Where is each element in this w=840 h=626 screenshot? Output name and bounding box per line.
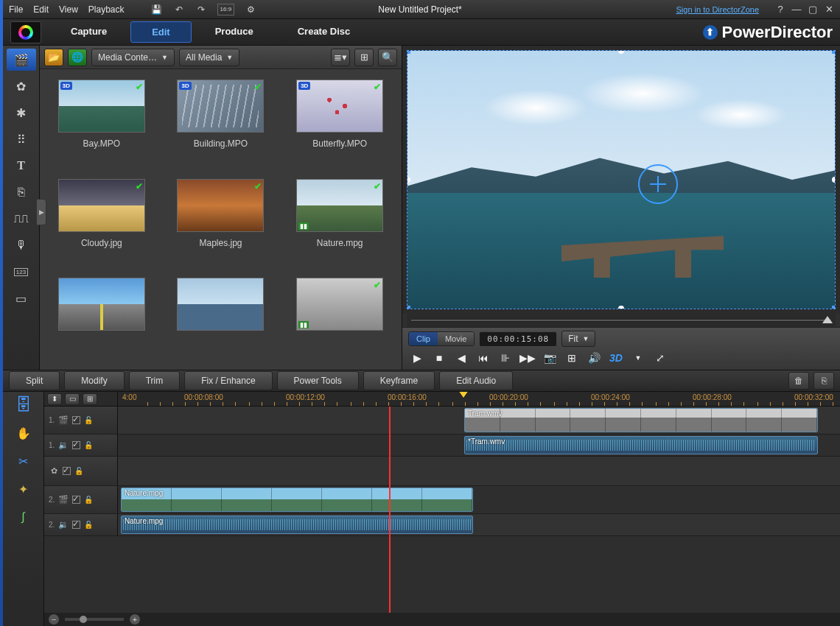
track-lane[interactable] xyxy=(118,457,840,485)
upload-icon[interactable]: ⬆ xyxy=(703,25,718,40)
hand-tool-icon[interactable]: ✋ xyxy=(13,423,34,443)
preview-canvas[interactable] xyxy=(402,46,840,314)
track-manager-icon[interactable]: 🗄 xyxy=(13,395,34,415)
media-thumbnail[interactable]: ✔ xyxy=(58,179,145,232)
library-filter-dropdown[interactable]: All Media▼ xyxy=(179,49,239,66)
cut-tool-icon[interactable]: ✂ xyxy=(13,451,34,471)
clip-mode-button[interactable]: Clip xyxy=(409,332,438,345)
undo-icon[interactable]: ↶ xyxy=(173,4,185,15)
library-category-dropdown[interactable]: Media Conte…▼ xyxy=(91,49,175,66)
split-button[interactable]: Split xyxy=(9,371,60,390)
track-lane[interactable]: *Tram.wmv xyxy=(118,435,840,456)
settings-icon[interactable]: ⚙ xyxy=(245,4,256,15)
download-media-icon[interactable]: 🌐 xyxy=(68,49,87,66)
prev-frame-icon[interactable]: ◀ xyxy=(452,350,470,366)
media-thumbnail[interactable]: 3D✔ xyxy=(58,80,145,133)
track-lock-icon[interactable]: 🔓 xyxy=(84,416,93,424)
zoom-in-icon[interactable]: + xyxy=(130,614,140,625)
menu-playback[interactable]: Playback xyxy=(88,4,125,15)
power-tools-button[interactable]: Power Tools xyxy=(277,371,359,390)
transition-room-icon[interactable]: ⎘ xyxy=(7,181,36,203)
zoom-out-icon[interactable]: − xyxy=(49,614,59,625)
fix-enhance-button[interactable]: Fix / Enhance xyxy=(184,371,272,390)
track-lock-icon[interactable]: 🔓 xyxy=(84,496,93,504)
zoom-fit-dropdown[interactable]: Fit▼ xyxy=(561,331,595,347)
media-thumbnail[interactable] xyxy=(58,278,145,331)
import-media-icon[interactable]: 📂 xyxy=(44,49,63,66)
aspect-ratio-badge[interactable]: 16:9 xyxy=(217,4,235,15)
snapshot-icon[interactable]: 📷 xyxy=(541,350,559,366)
timecode-display[interactable]: 00:00:15:08 xyxy=(479,331,557,347)
media-thumbnail[interactable] xyxy=(177,278,264,331)
mode-capture[interactable]: Capture xyxy=(50,21,127,43)
track-lane[interactable]: Tram.wmv xyxy=(118,407,840,434)
media-item[interactable] xyxy=(167,278,276,359)
3d-icon[interactable]: 3D xyxy=(607,350,625,366)
step-back-icon[interactable]: ⏮ xyxy=(475,350,492,366)
track-visible-toggle[interactable] xyxy=(72,521,80,529)
preview-scrubber[interactable] xyxy=(407,314,836,327)
keyframe-button[interactable]: Keyframe xyxy=(363,371,435,390)
voiceover-icon[interactable]: 🎙 xyxy=(7,234,36,256)
menu-edit[interactable]: Edit xyxy=(33,4,49,15)
track-visible-toggle[interactable] xyxy=(72,416,80,424)
next-frame-icon[interactable]: ⊪ xyxy=(497,350,514,366)
close-icon[interactable]: ✕ xyxy=(824,4,834,15)
track-lock-icon[interactable]: 🔓 xyxy=(84,441,93,449)
save-icon[interactable]: 💾 xyxy=(151,4,163,15)
mode-edit[interactable]: Edit xyxy=(130,21,192,43)
playhead-handle[interactable] xyxy=(458,392,469,401)
maximize-icon[interactable]: ▢ xyxy=(808,4,818,15)
expand-rail-tab[interactable]: ▶ xyxy=(36,199,46,225)
media-item[interactable]: ✔Cloudy.jpg xyxy=(47,179,156,271)
delete-icon[interactable]: 🗑 xyxy=(788,372,809,390)
track-header[interactable]: 1.🔉🔓 xyxy=(44,435,118,456)
media-room-icon[interactable]: 🎬 xyxy=(7,49,36,71)
track-lock-icon[interactable]: 🔓 xyxy=(84,521,93,529)
chapter-room-icon[interactable]: 123 xyxy=(7,261,36,283)
track-lane[interactable]: Nature.mpg xyxy=(118,486,840,513)
modify-button[interactable]: Modify xyxy=(64,371,124,390)
minimize-icon[interactable]: — xyxy=(791,4,802,15)
library-search-icon[interactable]: 🔍 xyxy=(378,49,397,66)
track-header[interactable]: 2.🔉🔓 xyxy=(44,514,118,535)
volume-icon[interactable]: 🔊 xyxy=(585,350,603,366)
stop-icon[interactable]: ■ xyxy=(430,350,448,366)
magic-tool-icon[interactable]: ✦ xyxy=(13,479,34,499)
menu-view[interactable]: View xyxy=(59,4,78,15)
timeline-clip[interactable]: *Tram.wmv xyxy=(464,436,818,454)
play-icon[interactable]: ▶ xyxy=(408,350,426,366)
track-lane[interactable]: Nature.mpg xyxy=(118,514,840,535)
track-header[interactable]: 2.🎬🔓 xyxy=(44,486,118,513)
subtitle-room-icon[interactable]: ▭ xyxy=(7,287,36,309)
3d-dropdown-icon[interactable]: ▼ xyxy=(629,350,647,366)
media-item[interactable]: 3D✔Bay.MPO xyxy=(47,80,156,172)
media-thumbnail[interactable]: ✔ xyxy=(177,179,264,232)
media-item[interactable] xyxy=(47,278,156,359)
timeline-clip[interactable]: Nature.mpg xyxy=(121,516,473,534)
track-visible-toggle[interactable] xyxy=(63,467,71,475)
library-view-icon[interactable]: ⊞ xyxy=(354,49,374,66)
pip-room-icon[interactable]: ✱ xyxy=(7,102,36,124)
ruler-view-icon[interactable]: ▭ xyxy=(65,393,80,405)
help-icon[interactable]: ? xyxy=(775,4,785,15)
media-item[interactable]: ✔▮▮ xyxy=(285,278,394,359)
ruler-markers-icon[interactable]: ⬍ xyxy=(47,393,62,405)
trim-button[interactable]: Trim xyxy=(129,371,181,390)
zoom-slider[interactable] xyxy=(65,618,124,621)
media-item[interactable]: ✔▮▮Nature.mpg xyxy=(285,179,394,271)
audio-mixing-icon[interactable]: ⎍⎍ xyxy=(7,208,36,230)
timeline-clip[interactable]: Tram.wmv xyxy=(464,408,818,432)
movie-mode-button[interactable]: Movie xyxy=(438,332,474,345)
ruler-add-icon[interactable]: ⊞ xyxy=(83,393,97,405)
undock-icon[interactable]: ⤢ xyxy=(651,350,669,366)
timeline-clip[interactable]: Nature.mpg xyxy=(121,488,473,512)
media-thumbnail[interactable]: 3D✔ xyxy=(177,80,264,133)
redo-icon[interactable]: ↷ xyxy=(195,4,207,15)
particle-room-icon[interactable]: ⠿ xyxy=(7,128,36,150)
media-item[interactable]: ✔Maples.jpg xyxy=(167,179,276,271)
display-options-icon[interactable]: ⊞ xyxy=(563,350,581,366)
media-thumbnail[interactable]: ✔▮▮ xyxy=(296,179,383,232)
media-thumbnail[interactable]: ✔▮▮ xyxy=(296,278,383,331)
media-thumbnail[interactable]: 3D✔ xyxy=(296,80,383,133)
